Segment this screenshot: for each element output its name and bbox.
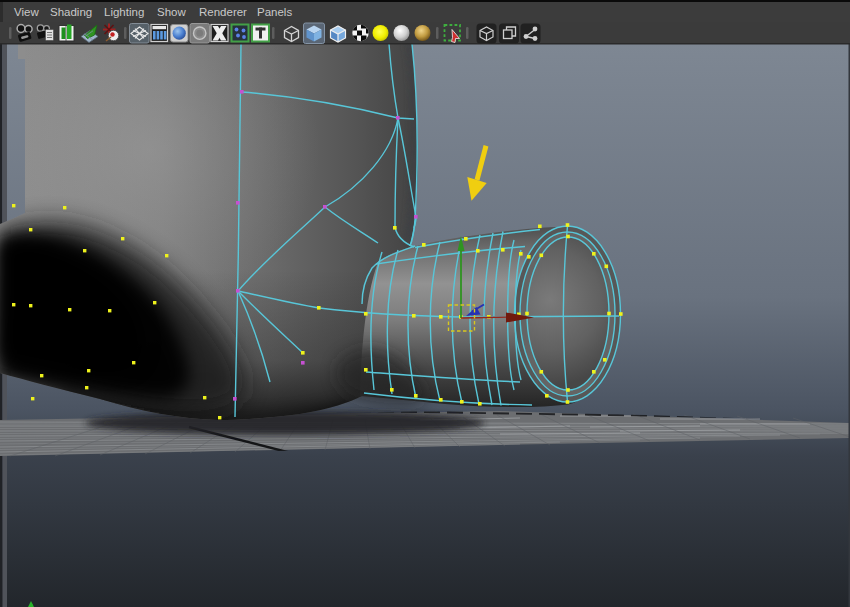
svg-text:Shading: Shading [50, 6, 92, 18]
svg-text:View: View [14, 6, 39, 18]
svg-text:Lighting: Lighting [104, 6, 144, 18]
svg-text:Panels: Panels [257, 6, 292, 18]
svg-text:Renderer: Renderer [199, 6, 247, 18]
svg-text:Show: Show [157, 6, 186, 18]
